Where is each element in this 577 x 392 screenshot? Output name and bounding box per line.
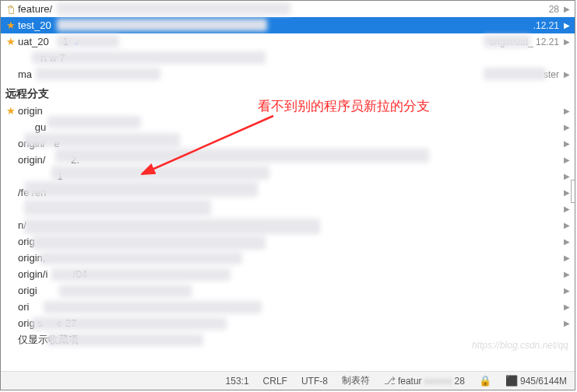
branch-label: origin/i /04 [18,268,562,280]
favorites-toggle-label: 仅显示收藏项 [18,333,570,347]
chevron-right-icon: ▶ [564,70,570,79]
star-icon: ★ [6,19,16,31]
branch-label: n/ [18,219,562,231]
remote-branch-row[interactable]: n/▶ [1,217,575,233]
remote-branch-row[interactable]: ▶ [1,201,575,217]
indent-mode[interactable]: 制表符 [339,374,373,387]
incoming-icon: ↙ [74,37,81,47]
branch-label: feature/ [18,3,549,15]
bulb-icon: ⬛ [505,375,518,387]
tag-icon: 🏷 [5,5,16,14]
memory-indicator[interactable]: ⬛945/6144M [502,375,570,387]
branch-label: ma [18,68,544,80]
lock-icon: 🔒 [479,375,491,387]
remote-branch-row[interactable]: orig s e 27▶ [1,315,575,331]
branch-label: origin/ e [18,138,562,149]
branch-label [18,203,562,215]
branch-label: uat_20 1 ↙ [18,36,490,47]
remote-branch-row[interactable]: ori▶ [1,299,575,315]
app-frame: 🏷 feature/ 28▶ ★ test_20 .12.21▶ ★ uat_2… [0,0,575,390]
branch-row-master[interactable]: ma ster▶ [1,66,575,82]
remote-branch-row[interactable]: orig▶ [1,233,575,250]
branch-row-uat[interactable]: ★ uat_20 1 ↙ origin/uat_ 12.21▶ [1,33,575,50]
chevron-right-icon: ▶ [564,21,570,30]
branch-row-test[interactable]: ★ test_20 .12.21▶ [1,17,575,33]
branch-label: origi [18,285,562,296]
remote-branch-row[interactable]: gu▶ [1,119,575,135]
remote-branches-header: 远程分支 [1,82,575,103]
chevron-right-icon: ▶ [564,5,570,13]
remote-branch-row[interactable]: origin/ e▶ [1,135,575,152]
branch-label: origin/ 2. [18,154,562,166]
star-icon: ★ [6,105,16,117]
lock-indicator[interactable]: 🔒 [476,375,494,387]
branch-row-feature[interactable]: 🏷 feature/ 28▶ [1,1,575,17]
chevron-right-icon: ▶ [564,107,570,115]
remote-branch-row[interactable]: origin,▶ [1,250,575,266]
encoding[interactable]: UTF-8 [298,376,331,387]
cursor-position[interactable]: 153:1 [223,376,252,387]
branch-label: orig s e 27 [18,317,562,329]
branch-label: ori [18,301,562,313]
remote-branch-row[interactable]: origi▶ [1,282,575,299]
remote-branch-row[interactable]: origin/i /04▶ [1,266,575,282]
branch-label: origin [18,105,562,117]
branch-icon: ⎇ [384,375,396,387]
branch-label: 1 [18,170,562,182]
branch-label: gu [18,121,562,133]
side-handle[interactable] [571,180,575,203]
chevron-right-icon: ▶ [564,37,570,46]
branch-label: orig [18,236,562,247]
status-bar: 153:1 CRLF UTF-8 制表符 ⎇ featur xxxxxx 28 … [1,371,575,390]
remote-branch-row[interactable]: 1▶ [1,168,575,184]
branch-label: /fe /en [18,187,562,198]
show-favorites-only[interactable]: 仅显示收藏项 [1,331,575,348]
branch-label: origin, [18,252,562,264]
git-branch[interactable]: ⎇ featur xxxxxx 28 [381,375,468,387]
branch-row[interactable]: rt w 7 [1,50,575,66]
branch-list-panel: 🏷 feature/ 28▶ ★ test_20 .12.21▶ ★ uat_2… [1,1,575,371]
branch-label: rt w 7 [18,52,570,64]
remote-branch-row[interactable]: ★ origin ▶ [1,103,575,119]
star-icon: ★ [6,36,16,47]
remote-branch-row[interactable]: /fe /en▶ [1,184,575,201]
remote-branch-row[interactable]: origin/ 2.▶ [1,152,575,168]
line-ending[interactable]: CRLF [260,376,290,387]
branch-label: test_20 [18,19,533,31]
